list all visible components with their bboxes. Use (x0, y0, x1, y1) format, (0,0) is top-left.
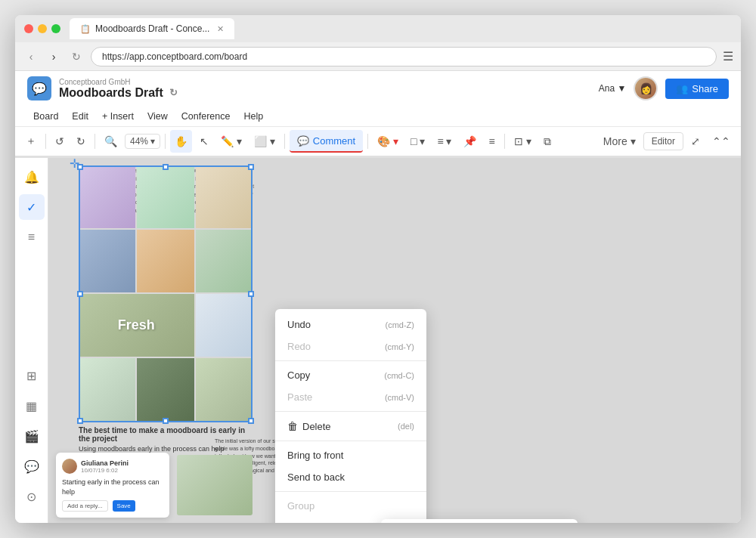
ctx-paste: Paste (cmd-V) (275, 386, 426, 408)
hand-tool-button[interactable]: ✋ (170, 130, 192, 153)
pin-button[interactable]: 📌 (459, 130, 481, 153)
ctx-delete-shortcut: (del) (398, 422, 414, 431)
handle-bottom-middle[interactable] (163, 418, 169, 424)
save-label: Save (117, 502, 131, 509)
board-title: Moodboards Draft (59, 86, 163, 100)
pen-tool-button[interactable]: ✏️ ▾ (216, 130, 246, 153)
canvas-area[interactable]: Magazine, sketches, the view outside you… (48, 158, 741, 523)
comment-actions: Add a reply... Save (62, 500, 163, 512)
user-avatar: 👩 (634, 76, 658, 100)
ctx-bring-front[interactable]: Bring to front (275, 444, 426, 466)
handle-middle-right[interactable] (248, 291, 254, 297)
maximize-button[interactable] (51, 24, 60, 33)
back-button[interactable]: ‹ (23, 48, 39, 65)
tab-bar: 📋 Moodboards Draft - Conce... ✕ (70, 18, 234, 39)
app-header-top: 💬 Conceptboard GmbH Moodboards Draft ↻ A… (15, 71, 741, 106)
refresh-icon[interactable]: ↻ (169, 87, 178, 98)
zoom-control[interactable]: 44% ▾ (125, 134, 160, 149)
shape-button[interactable]: □ ▾ (406, 130, 429, 153)
ctx-delete-label: Delete (302, 421, 331, 432)
zoom-arrow: ▾ (150, 136, 155, 147)
grid-icon[interactable]: ⊞ (19, 363, 45, 388)
align-button[interactable]: ≡ ▾ (432, 130, 456, 153)
refresh-button[interactable]: ↻ (68, 48, 85, 65)
menu-board[interactable]: Board (27, 109, 64, 124)
reply-label: Add a reply... (67, 502, 103, 509)
avatar-img: 👩 (635, 78, 656, 99)
handle-bottom-left[interactable] (77, 418, 83, 424)
video-icon[interactable]: 🎬 (19, 423, 45, 449)
comment-author-info: Giuliana Perini 10/07/19 6:02 (81, 459, 129, 474)
table-icon[interactable]: ▦ (19, 393, 45, 419)
zoom-out-button[interactable]: 🔍 (100, 130, 122, 153)
frame-tool-button[interactable]: ⬜ ▾ (249, 130, 280, 153)
crop-button[interactable]: ⊡ ▾ (510, 130, 536, 153)
menu-conference[interactable]: Conference (175, 109, 237, 124)
selection-box: ✛ (79, 165, 253, 422)
menu-insert[interactable]: + Insert (96, 109, 140, 124)
forward-button[interactable]: › (45, 48, 62, 65)
minimize-button[interactable] (38, 24, 47, 33)
ctx-undo-shortcut: (cmd-Z) (386, 320, 415, 329)
reply-button[interactable]: Add a reply... (62, 500, 108, 512)
toolbar-separator-2 (94, 134, 95, 149)
menu-help[interactable]: Help (237, 109, 269, 124)
chat-icon[interactable]: 💬 (19, 453, 45, 479)
comment-button[interactable]: 💬 Comment (290, 130, 363, 153)
toolbar-right: More ▾ Editor ⤢ ⌃⌃ (599, 130, 735, 153)
collapse-button[interactable]: ⌃⌃ (708, 130, 735, 153)
browser-menu-button[interactable]: ☰ (723, 49, 733, 63)
share-button[interactable]: 👥 Share (665, 79, 729, 99)
redo-button[interactable]: ↻ (72, 130, 90, 153)
notification-icon[interactable]: 🔔 (19, 164, 45, 190)
ctx-copy-left: Copy (287, 369, 310, 381)
address-bar: ‹ › ↻ ☰ (15, 42, 741, 71)
url-input[interactable] (91, 47, 717, 66)
select-tool-button[interactable]: ↖ (195, 130, 213, 153)
list-icon[interactable]: ≡ (19, 224, 45, 250)
share-label: Share (692, 83, 718, 94)
toolbar-separator-3 (165, 134, 166, 149)
undo-button[interactable]: ↺ (51, 130, 69, 153)
handle-top-middle[interactable] (163, 164, 169, 170)
ctx-undo-label: Undo (287, 319, 311, 330)
delete-icon: 🗑 (287, 420, 298, 432)
sidebar-bottom: ⊞ ▦ 🎬 💬 ⊙ (19, 363, 45, 517)
handle-bottom-right[interactable] (248, 418, 254, 424)
menu-view[interactable]: View (141, 109, 174, 124)
ctx-redo-label: Redo (287, 341, 311, 352)
handle-top-left[interactable] (77, 164, 83, 170)
browser-tab[interactable]: 📋 Moodboards Draft - Conce... ✕ (70, 18, 234, 39)
check-icon[interactable]: ✓ (19, 194, 45, 220)
menu-edit[interactable]: Edit (66, 109, 94, 124)
tab-favicon: 📋 (80, 24, 91, 34)
color-button[interactable]: 🎨 ▾ (373, 130, 403, 153)
ctx-sep-3 (275, 441, 426, 441)
ctx-delete[interactable]: 🗑 Delete (del) (275, 415, 426, 438)
layers-button[interactable]: ⧉ (539, 130, 556, 153)
list-button[interactable]: ≡ (484, 130, 499, 153)
add-button[interactable]: ＋ (21, 130, 41, 153)
settings-icon[interactable]: ⊙ (19, 484, 45, 509)
toolbar-separator-6 (504, 134, 505, 149)
save-comment-button[interactable]: Save (113, 500, 135, 512)
handle-middle-left[interactable] (77, 291, 83, 297)
ctx-copy[interactable]: Copy (cmd-C) (275, 364, 426, 386)
ctx-send-back-label: Send to back (287, 472, 414, 483)
article-image (177, 455, 253, 515)
fullscreen-button[interactable]: ⤢ (686, 130, 705, 153)
ctx-send-back[interactable]: Send to back (275, 466, 426, 488)
more-button[interactable]: More ▾ (599, 130, 640, 153)
ctx-bring-front-label: Bring to front (287, 450, 414, 461)
app-brand: Conceptboard GmbH Moodboards Draft ↻ (59, 78, 178, 100)
comment-card: Giuliana Perini 10/07/19 6:02 Starting e… (56, 453, 169, 518)
toolbar-separator-5 (367, 134, 368, 149)
ctx-undo[interactable]: Undo (cmd-Z) (275, 314, 426, 335)
handle-top-right[interactable] (248, 164, 254, 170)
ctx-sep-1 (275, 360, 426, 361)
tab-close-icon[interactable]: ✕ (217, 24, 224, 34)
close-button[interactable] (24, 24, 33, 33)
editor-button[interactable]: Editor (643, 132, 683, 150)
main-area: 🔔 ✓ ≡ ⊞ ▦ 🎬 💬 ⊙ Magazine, sketches, the … (15, 158, 741, 523)
toolbar-separator-4 (284, 134, 285, 149)
